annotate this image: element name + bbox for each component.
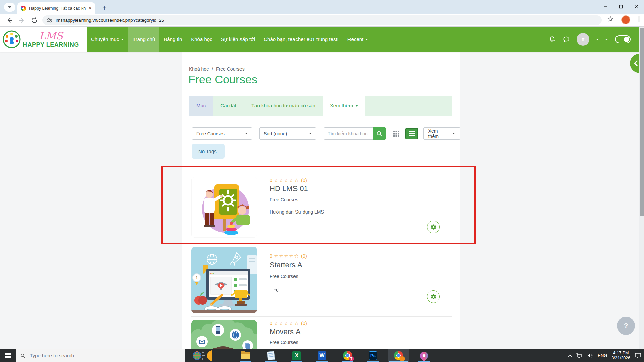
time: 4:17 PM: [611, 351, 630, 356]
messages-chat-icon[interactable]: [562, 36, 570, 43]
notepad-icon: [267, 351, 275, 360]
pin-app-icon: [418, 350, 430, 361]
nav-item-bang-tin[interactable]: Bảng tin: [159, 27, 186, 52]
taskbar-photoshop[interactable]: Ps: [363, 349, 383, 362]
list-view-icon: [408, 131, 415, 137]
window-controls: [598, 0, 644, 13]
browser-tab[interactable]: Happy Learning: Tất cả các kho ✕: [17, 2, 95, 14]
screen: Happy Learning: Tất cả các kho ✕ +: [0, 0, 644, 362]
toggle-knob: [624, 37, 629, 42]
reload-button[interactable]: [30, 16, 38, 24]
word-icon: W: [318, 351, 326, 360]
system-tray: ENG 4:17 PM 3/21/2026: [568, 349, 641, 362]
taskbar-paint-pin-app[interactable]: [414, 349, 434, 362]
edit-mode-symbol: ~: [605, 37, 608, 42]
taskbar-search-input[interactable]: [29, 352, 181, 359]
user-avatar[interactable]: tt: [577, 33, 589, 46]
course-thumbnail[interactable]: 1: [191, 247, 257, 313]
filter-more-button[interactable]: Xem thêm: [423, 127, 460, 140]
address-bar[interactable]: lmshappylearning.vn/course/index.php?cat…: [42, 15, 602, 25]
taskbar-file-explorer[interactable]: [235, 349, 256, 362]
news-widget-button[interactable]: [185, 349, 218, 362]
windows-taskbar: X W T Ps: [0, 349, 644, 362]
notifications-bell-icon[interactable]: [549, 36, 556, 43]
tab-cai-dat[interactable]: Cài đặt: [213, 96, 244, 116]
breadcrumb: Khoá học / Free Courses: [189, 66, 245, 72]
taskbar-excel[interactable]: X: [286, 349, 307, 362]
nav-item-recent[interactable]: Recent: [343, 27, 373, 52]
url-text: lmshappylearning.vn/course/index.php?cat…: [56, 18, 164, 23]
browser-menu-icon[interactable]: [636, 16, 642, 22]
back-button[interactable]: [5, 16, 13, 24]
minimize-button[interactable]: [598, 0, 613, 13]
tab-muc[interactable]: Mục: [189, 96, 213, 116]
chevron-down-icon: [8, 6, 11, 8]
profile-badge: T: [349, 356, 354, 361]
grid-view-button[interactable]: [392, 129, 401, 138]
course-title-link[interactable]: Starters A: [270, 261, 302, 269]
course-title-link[interactable]: Movers A: [270, 327, 301, 336]
volume-icon[interactable]: [587, 353, 593, 358]
course-rating: 0 ☆☆☆☆☆ (0): [270, 253, 307, 259]
site-info-icon[interactable]: [47, 18, 52, 23]
breadcrumb-separator: /: [212, 66, 213, 72]
rating-stars-icon: ☆☆☆☆☆: [274, 253, 299, 259]
site-header: LMS HAPPY LEARNING Chuyên mục Trang chủ …: [0, 27, 644, 52]
bookmark-star-icon[interactable]: [607, 16, 614, 22]
nav-item-trang-chu[interactable]: Trang chủ: [128, 27, 159, 52]
tab-tao-khoa-hoc[interactable]: Tạo khóa học từ mẫu có sẵn: [244, 96, 323, 116]
nav-item-su-kien[interactable]: Sự kiện sắp tới: [217, 27, 260, 52]
page-scrollbar[interactable]: [639, 27, 644, 349]
taskbar-apps: X W T Ps: [235, 349, 439, 362]
course-search-group: [324, 127, 386, 140]
maximize-button[interactable]: [613, 0, 629, 13]
taskbar-search[interactable]: [16, 349, 185, 362]
action-center-icon[interactable]: [635, 353, 641, 359]
list-view-button[interactable]: [405, 128, 418, 139]
category-select[interactable]: Free Courses: [192, 127, 252, 140]
breadcrumb-home-link[interactable]: Khoá học: [189, 66, 209, 72]
highlight-rectangle: [161, 166, 476, 244]
course-card-movers-a: 0 ☆☆☆☆☆ (0) Movers A Free Courses: [191, 320, 452, 349]
chevron-down-icon: [355, 105, 358, 107]
main-navbar: Chuyên mục Trang chủ Bảng tin Khóa học S…: [87, 27, 644, 52]
chevron-down-icon[interactable]: [596, 39, 599, 40]
close-button[interactable]: [629, 0, 644, 13]
chevron-down-icon: [245, 133, 248, 134]
edit-mode-toggle[interactable]: [615, 35, 631, 43]
taskbar-chrome-profile-1[interactable]: T: [337, 349, 358, 362]
taskbar-chrome-profile-2[interactable]: [388, 349, 409, 362]
tab-xem-them[interactable]: Xem thêm: [323, 96, 365, 116]
clock[interactable]: 4:17 PM 3/21/2026: [611, 351, 630, 361]
help-button[interactable]: ?: [617, 317, 635, 335]
network-icon[interactable]: [576, 353, 583, 358]
search-icon: [20, 353, 25, 358]
category-tabs: Mục Cài đặt Tạo khóa học từ mẫu có sẵn X…: [189, 96, 452, 116]
tab-close-icon[interactable]: ✕: [88, 6, 92, 11]
nav-item-chuyen-muc[interactable]: Chuyên mục: [87, 27, 128, 52]
tab-search-button[interactable]: [4, 3, 15, 12]
forward-button[interactable]: [18, 16, 26, 24]
course-search-input[interactable]: [324, 127, 373, 140]
chevron-down-icon: [121, 39, 124, 40]
course-settings-button[interactable]: [427, 290, 440, 303]
profile-badge: [400, 356, 405, 361]
tray-chevron-up-icon[interactable]: [568, 354, 572, 357]
new-tab-button[interactable]: +: [99, 3, 109, 13]
scrollbar-thumb[interactable]: [640, 28, 644, 216]
site-logo[interactable]: LMS HAPPY LEARNING: [0, 27, 87, 52]
sort-select[interactable]: Sort (none): [259, 127, 316, 140]
nav-item-greeting[interactable]: Chào bạn, teacher e01 trung test!: [259, 27, 343, 52]
browser-tabstrip: Happy Learning: Tất cả các kho ✕ +: [0, 0, 644, 14]
search-button[interactable]: [373, 127, 386, 140]
gear-icon: [430, 294, 437, 300]
nav-item-khoa-hoc[interactable]: Khóa học: [186, 27, 216, 52]
happy-learning-emblem-icon: [3, 30, 21, 48]
page-title: Free Courses: [188, 73, 257, 86]
taskbar-word[interactable]: W: [312, 349, 332, 362]
language-indicator[interactable]: ENG: [598, 353, 607, 358]
browser-profile-avatar[interactable]: [621, 15, 630, 24]
start-button[interactable]: [0, 349, 16, 362]
taskbar-notepad[interactable]: [261, 349, 281, 362]
logo-title-text: HAPPY LEARNING: [23, 42, 79, 48]
